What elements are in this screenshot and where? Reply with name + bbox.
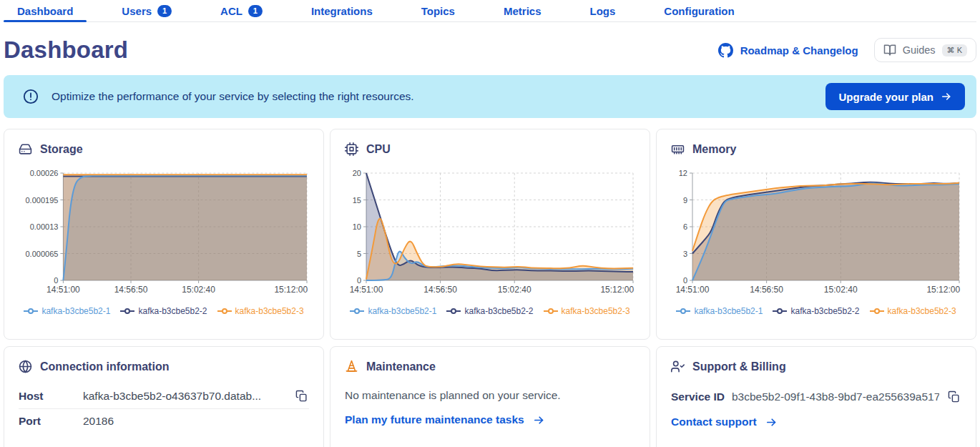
cpu-chart: 0510152014:51:0014:56:5015:02:4015:12:00 bbox=[345, 167, 635, 300]
traffic-cone-icon bbox=[345, 360, 358, 373]
svg-text:15:02:40: 15:02:40 bbox=[498, 285, 531, 295]
maintenance-card: Maintenance No maintenance is planned on… bbox=[330, 346, 650, 447]
legend-item-kafka-b3cbe5b2-1[interactable]: kafka-b3cbe5b2-1 bbox=[24, 306, 110, 316]
memory-card-header: Memory bbox=[671, 142, 961, 156]
user-check-icon bbox=[671, 360, 685, 373]
maintenance-card-title: Maintenance bbox=[366, 360, 436, 373]
tab-acl[interactable]: ACL1 bbox=[207, 0, 276, 21]
svg-text:14:56:50: 14:56:50 bbox=[114, 285, 148, 295]
tab-configuration[interactable]: Configuration bbox=[650, 0, 748, 21]
copy-host-button[interactable] bbox=[294, 388, 309, 403]
cpu-card-header: CPU bbox=[345, 142, 635, 156]
support-billing-card: Support & Billing Service ID b3cbe5b2-09… bbox=[656, 346, 976, 447]
roadmap-changelog-link[interactable]: Roadmap & Changelog bbox=[718, 43, 858, 58]
book-icon bbox=[883, 44, 896, 57]
storage-chart-legend: kafka-b3cbe5b2-1kafka-b3cbe5b2-2kafka-b3… bbox=[19, 306, 309, 316]
globe-icon bbox=[19, 360, 32, 373]
connection-row-value: 20186 bbox=[83, 415, 309, 428]
storage-card: Storage 00.0000650.000130.0001950.000261… bbox=[4, 129, 324, 340]
upgrade-plan-button[interactable]: Upgrade your plan bbox=[825, 83, 965, 110]
contact-support-link[interactable]: Contact support bbox=[671, 416, 961, 428]
cpu-chart-legend: kafka-b3cbe5b2-1kafka-b3cbe5b2-2kafka-b3… bbox=[345, 306, 635, 316]
charts-row: Storage 00.0000650.000130.0001950.000261… bbox=[4, 129, 976, 340]
tab-dashboard[interactable]: Dashboard bbox=[4, 0, 87, 21]
cpu-plot: 0510152014:51:0014:56:5015:02:4015:12:00 bbox=[345, 167, 636, 298]
legend-label: kafka-b3cbe5b2-1 bbox=[694, 306, 763, 316]
roadmap-changelog-label: Roadmap & Changelog bbox=[740, 44, 858, 57]
svg-text:0.000065: 0.000065 bbox=[26, 250, 59, 258]
memory-card-title: Memory bbox=[692, 143, 736, 156]
legend-label: kafka-b3cbe5b2-2 bbox=[464, 306, 533, 316]
tab-label: ACL bbox=[220, 5, 242, 17]
legend-item-kafka-b3cbe5b2-2[interactable]: kafka-b3cbe5b2-2 bbox=[446, 306, 533, 316]
svg-text:0.00013: 0.00013 bbox=[30, 222, 59, 231]
connection-rows: Hostkafka-b3cbe5b2-o43637b70.datab...Por… bbox=[19, 383, 309, 433]
service-id-value: b3cbe5b2-09f1-43b8-9bd7-ea255639a517 bbox=[732, 390, 939, 403]
legend-item-kafka-b3cbe5b2-2[interactable]: kafka-b3cbe5b2-2 bbox=[773, 306, 859, 316]
plan-maintenance-link[interactable]: Plan my future maintenance tasks bbox=[345, 413, 635, 426]
legend-marker-icon bbox=[120, 308, 134, 315]
connection-row-label: Host bbox=[19, 390, 83, 403]
connection-info-card: Connection information Hostkafka-b3cbe5b… bbox=[4, 346, 324, 447]
connection-row-value: kafka-b3cbe5b2-o43637b70.datab... bbox=[83, 390, 294, 403]
guides-button[interactable]: Guides ⌘ K bbox=[874, 38, 976, 62]
tab-logs[interactable]: Logs bbox=[577, 0, 629, 21]
svg-text:0.00026: 0.00026 bbox=[30, 169, 59, 177]
svg-text:14:56:50: 14:56:50 bbox=[423, 285, 457, 295]
legend-item-kafka-b3cbe5b2-2[interactable]: kafka-b3cbe5b2-2 bbox=[120, 306, 207, 316]
legend-marker-icon bbox=[217, 308, 232, 315]
page-header: Dashboard Roadmap & Changelog Guides ⌘ K bbox=[4, 22, 976, 75]
legend-marker-icon bbox=[24, 308, 38, 315]
memory-chart: 03691214:51:0014:56:5015:02:4015:12:00 bbox=[671, 167, 961, 300]
svg-text:20: 20 bbox=[353, 169, 361, 177]
svg-text:0.000195: 0.000195 bbox=[26, 196, 59, 205]
tab-label: Metrics bbox=[504, 5, 542, 17]
legend-item-kafka-b3cbe5b2-3[interactable]: kafka-b3cbe5b2-3 bbox=[217, 306, 304, 316]
tab-label: Configuration bbox=[664, 5, 734, 17]
cpu-card-title: CPU bbox=[366, 143, 391, 156]
maintenance-card-header: Maintenance bbox=[345, 360, 635, 373]
svg-text:6: 6 bbox=[683, 222, 687, 231]
legend-item-kafka-b3cbe5b2-3[interactable]: kafka-b3cbe5b2-3 bbox=[870, 306, 956, 316]
legend-label: kafka-b3cbe5b2-3 bbox=[235, 306, 304, 316]
svg-text:14:51:00: 14:51:00 bbox=[46, 285, 80, 295]
support-card-title: Support & Billing bbox=[692, 360, 786, 373]
tab-label: Dashboard bbox=[17, 5, 73, 17]
svg-text:0: 0 bbox=[54, 276, 58, 285]
storage-card-title: Storage bbox=[40, 143, 83, 156]
tab-metrics[interactable]: Metrics bbox=[490, 0, 555, 21]
svg-text:0: 0 bbox=[683, 276, 687, 285]
plan-maintenance-label: Plan my future maintenance tasks bbox=[345, 413, 524, 426]
legend-marker-icon bbox=[676, 308, 690, 315]
info-cards-row: Connection information Hostkafka-b3cbe5b… bbox=[4, 346, 976, 447]
legend-item-kafka-b3cbe5b2-1[interactable]: kafka-b3cbe5b2-1 bbox=[676, 306, 763, 316]
legend-item-kafka-b3cbe5b2-3[interactable]: kafka-b3cbe5b2-3 bbox=[544, 306, 630, 316]
legend-marker-icon bbox=[773, 308, 787, 315]
svg-text:3: 3 bbox=[683, 250, 687, 258]
svg-text:0: 0 bbox=[357, 276, 361, 285]
svg-text:12: 12 bbox=[679, 169, 687, 177]
tab-integrations[interactable]: Integrations bbox=[298, 0, 386, 21]
svg-text:15:12:00: 15:12:00 bbox=[926, 285, 960, 295]
cpu-icon bbox=[345, 142, 358, 156]
tab-users[interactable]: Users1 bbox=[108, 0, 185, 21]
legend-item-kafka-b3cbe5b2-1[interactable]: kafka-b3cbe5b2-1 bbox=[350, 306, 436, 316]
tab-label: Topics bbox=[421, 5, 455, 17]
copy-service-id-button[interactable] bbox=[946, 389, 961, 404]
banner-message: Optimize the performance of your service… bbox=[52, 90, 825, 103]
guides-label: Guides bbox=[903, 44, 936, 56]
memory-plot: 03691214:51:0014:56:5015:02:4015:12:00 bbox=[671, 167, 962, 298]
memory-chart-legend: kafka-b3cbe5b2-1kafka-b3cbe5b2-2kafka-b3… bbox=[671, 306, 961, 316]
upgrade-banner: Optimize the performance of your service… bbox=[4, 75, 976, 118]
svg-text:15:02:40: 15:02:40 bbox=[182, 285, 215, 295]
tab-topics[interactable]: Topics bbox=[408, 0, 469, 21]
svg-text:5: 5 bbox=[357, 250, 361, 258]
hard-drive-icon bbox=[19, 142, 32, 156]
storage-card-header: Storage bbox=[19, 142, 309, 156]
memory-card: Memory 03691214:51:0014:56:5015:02:4015:… bbox=[656, 129, 976, 340]
github-icon bbox=[718, 43, 733, 58]
tab-label: Users bbox=[122, 5, 152, 17]
support-card-header: Support & Billing bbox=[671, 360, 961, 373]
tab-label: Logs bbox=[590, 5, 616, 17]
connection-row-label: Port bbox=[19, 415, 83, 428]
